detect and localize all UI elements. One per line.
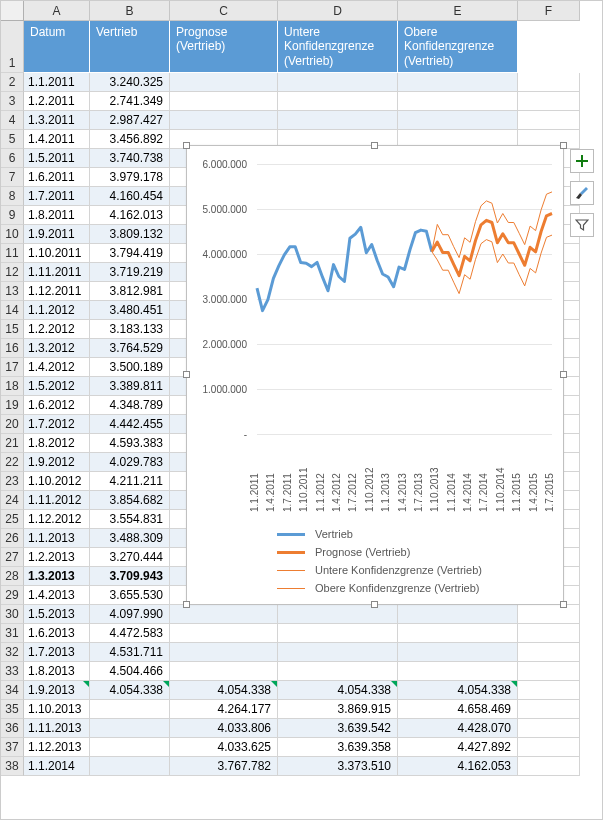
cell-B2[interactable]: 3.240.325: [90, 73, 170, 92]
cell-E35[interactable]: 4.658.469: [398, 700, 518, 719]
cell-A4[interactable]: 1.3.2011: [24, 111, 90, 130]
cell-C31[interactable]: [170, 624, 278, 643]
cell-F37[interactable]: [518, 738, 580, 757]
cell-A15[interactable]: 1.2.2012: [24, 320, 90, 339]
row-header-23[interactable]: 23: [1, 472, 24, 491]
resize-handle[interactable]: [371, 601, 378, 608]
cell-B35[interactable]: [90, 700, 170, 719]
row-header-35[interactable]: 35: [1, 700, 24, 719]
cell-A18[interactable]: 1.5.2012: [24, 377, 90, 396]
cell-F1[interactable]: [518, 21, 580, 73]
cell-A12[interactable]: 1.11.2011: [24, 263, 90, 282]
cell-F3[interactable]: [518, 92, 580, 111]
chart-add-element-button[interactable]: [570, 149, 594, 173]
cell-B19[interactable]: 4.348.789: [90, 396, 170, 415]
row-header-18[interactable]: 18: [1, 377, 24, 396]
row-header-38[interactable]: 38: [1, 757, 24, 776]
cell-D30[interactable]: [278, 605, 398, 624]
cell-A19[interactable]: 1.6.2012: [24, 396, 90, 415]
cell-B28[interactable]: 3.709.943: [90, 567, 170, 586]
row-header-32[interactable]: 32: [1, 643, 24, 662]
cell-B36[interactable]: [90, 719, 170, 738]
cell-E31[interactable]: [398, 624, 518, 643]
cell-F31[interactable]: [518, 624, 580, 643]
cell-B4[interactable]: 2.987.427: [90, 111, 170, 130]
cell-A3[interactable]: 1.2.2011: [24, 92, 90, 111]
column-header-B[interactable]: B: [90, 1, 170, 21]
cell-B22[interactable]: 4.029.783: [90, 453, 170, 472]
cell-E30[interactable]: [398, 605, 518, 624]
cell-B24[interactable]: 3.854.682: [90, 491, 170, 510]
cell-E32[interactable]: [398, 643, 518, 662]
cell-C37[interactable]: 4.033.625: [170, 738, 278, 757]
row-header-1[interactable]: 1: [1, 21, 24, 73]
cell-C2[interactable]: [170, 73, 278, 92]
cell-A22[interactable]: 1.9.2012: [24, 453, 90, 472]
row-header-25[interactable]: 25: [1, 510, 24, 529]
cell-B17[interactable]: 3.500.189: [90, 358, 170, 377]
cell-E2[interactable]: [398, 73, 518, 92]
cell-A14[interactable]: 1.1.2012: [24, 301, 90, 320]
resize-handle[interactable]: [560, 601, 567, 608]
resize-handle[interactable]: [371, 142, 378, 149]
row-header-28[interactable]: 28: [1, 567, 24, 586]
table-header-E[interactable]: Obere Konfidenzgrenze (Vertrieb): [398, 21, 518, 73]
cell-A23[interactable]: 1.10.2012: [24, 472, 90, 491]
resize-handle[interactable]: [560, 142, 567, 149]
cell-E4[interactable]: [398, 111, 518, 130]
column-header-F[interactable]: F: [518, 1, 580, 21]
row-header-22[interactable]: 22: [1, 453, 24, 472]
cell-A17[interactable]: 1.4.2012: [24, 358, 90, 377]
row-header-34[interactable]: 34: [1, 681, 24, 700]
row-header-17[interactable]: 17: [1, 358, 24, 377]
embedded-chart[interactable]: -1.000.0002.000.0003.000.0004.000.0005.0…: [186, 145, 564, 605]
row-header-26[interactable]: 26: [1, 529, 24, 548]
cell-B26[interactable]: 3.488.309: [90, 529, 170, 548]
cell-A5[interactable]: 1.4.2011: [24, 130, 90, 149]
cell-B33[interactable]: 4.504.466: [90, 662, 170, 681]
cell-A37[interactable]: 1.12.2013: [24, 738, 90, 757]
row-header-33[interactable]: 33: [1, 662, 24, 681]
cell-A30[interactable]: 1.5.2013: [24, 605, 90, 624]
cell-E37[interactable]: 4.427.892: [398, 738, 518, 757]
cell-A29[interactable]: 1.4.2013: [24, 586, 90, 605]
column-header-E[interactable]: E: [398, 1, 518, 21]
row-header-12[interactable]: 12: [1, 263, 24, 282]
cell-A28[interactable]: 1.3.2013: [24, 567, 90, 586]
cell-C33[interactable]: [170, 662, 278, 681]
cell-B8[interactable]: 4.160.454: [90, 187, 170, 206]
cell-C36[interactable]: 4.033.806: [170, 719, 278, 738]
cell-D3[interactable]: [278, 92, 398, 111]
table-header-D[interactable]: Untere Konfidenzgrenze (Vertrieb): [278, 21, 398, 73]
cell-A25[interactable]: 1.12.2012: [24, 510, 90, 529]
row-header-29[interactable]: 29: [1, 586, 24, 605]
cell-B15[interactable]: 3.183.133: [90, 320, 170, 339]
cell-D34[interactable]: 4.054.338: [278, 681, 398, 700]
cell-B21[interactable]: 4.593.383: [90, 434, 170, 453]
row-header-24[interactable]: 24: [1, 491, 24, 510]
cell-E38[interactable]: 4.162.053: [398, 757, 518, 776]
cell-B34[interactable]: 4.054.338: [90, 681, 170, 700]
cell-B7[interactable]: 3.979.178: [90, 168, 170, 187]
cell-F2[interactable]: [518, 73, 580, 92]
cell-A34[interactable]: 1.9.2013: [24, 681, 90, 700]
cell-A16[interactable]: 1.3.2012: [24, 339, 90, 358]
row-header-20[interactable]: 20: [1, 415, 24, 434]
column-header-D[interactable]: D: [278, 1, 398, 21]
cell-A20[interactable]: 1.7.2012: [24, 415, 90, 434]
cell-B16[interactable]: 3.764.529: [90, 339, 170, 358]
cell-D38[interactable]: 3.373.510: [278, 757, 398, 776]
cell-A38[interactable]: 1.1.2014: [24, 757, 90, 776]
row-header-6[interactable]: 6: [1, 149, 24, 168]
cell-D2[interactable]: [278, 73, 398, 92]
row-header-3[interactable]: 3: [1, 92, 24, 111]
cell-E33[interactable]: [398, 662, 518, 681]
cell-B20[interactable]: 4.442.455: [90, 415, 170, 434]
cell-A11[interactable]: 1.10.2011: [24, 244, 90, 263]
row-header-27[interactable]: 27: [1, 548, 24, 567]
cell-B9[interactable]: 4.162.013: [90, 206, 170, 225]
cell-B38[interactable]: [90, 757, 170, 776]
cell-B37[interactable]: [90, 738, 170, 757]
cell-D33[interactable]: [278, 662, 398, 681]
row-header-31[interactable]: 31: [1, 624, 24, 643]
